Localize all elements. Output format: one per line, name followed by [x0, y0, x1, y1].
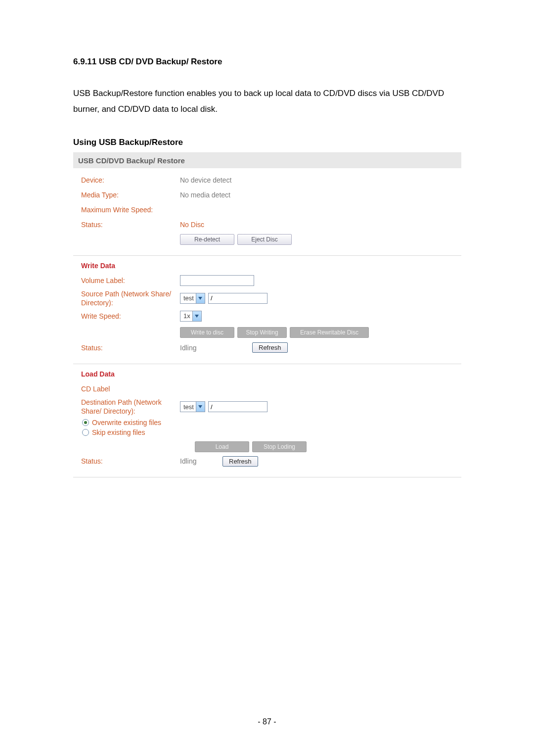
eject-disc-button[interactable]: Eject Disc: [237, 234, 292, 245]
destination-path-label: Destination Path (Network Share/ Directo…: [81, 398, 180, 416]
write-speed-label: Write Speed:: [81, 312, 180, 321]
source-path-input[interactable]: [208, 293, 267, 304]
page-number: - 87 -: [0, 717, 534, 726]
load-data-title: Load Data: [81, 370, 453, 378]
write-data-title: Write Data: [81, 262, 453, 270]
load-status-value: Idling: [180, 457, 220, 465]
load-section: Load Data CD Label Destination Path (Net…: [73, 364, 461, 477]
load-status-label: Status:: [81, 457, 180, 466]
source-path-select-value: test: [180, 294, 196, 302]
write-section: Write Data Volume Label: Source Path (Ne…: [73, 256, 461, 364]
backup-panel: USB CD/DVD Backup/ Restore Device: No de…: [73, 152, 461, 478]
skip-radio-row[interactable]: Skip existing files: [81, 428, 453, 436]
load-refresh-button[interactable]: Refresh: [222, 456, 258, 467]
destination-path-input[interactable]: [208, 401, 267, 412]
device-label: Device:: [81, 176, 180, 185]
source-path-label: Source Path (Network Share/ Directory):: [81, 289, 180, 307]
erase-rewritable-disc-button[interactable]: Erase Rewritable Disc: [290, 327, 369, 338]
doc-subheading: Using USB Backup/Restore: [73, 138, 461, 147]
redetect-button[interactable]: Re-detect: [180, 234, 234, 245]
write-refresh-button[interactable]: Refresh: [252, 342, 288, 353]
cd-label-label: CD Label: [81, 384, 180, 393]
destination-path-select[interactable]: test: [180, 401, 205, 412]
destination-path-select-value: test: [180, 403, 196, 411]
skip-option-label: Skip existing files: [92, 428, 145, 436]
load-button[interactable]: Load: [195, 441, 249, 452]
radio-unselected-icon: [82, 429, 89, 436]
write-status-value: Idling: [180, 344, 249, 352]
panel-title: USB CD/DVD Backup/ Restore: [73, 153, 461, 168]
doc-body: USB Backup/Restore function enables you …: [73, 86, 461, 118]
volume-label-input[interactable]: [180, 275, 254, 286]
chevron-down-icon: [192, 311, 201, 321]
overwrite-option-label: Overwrite existing files: [92, 419, 161, 426]
media-type-value: No media detect: [180, 191, 453, 199]
stop-writing-button[interactable]: Stop Writing: [237, 327, 287, 338]
status-value: No Disc: [180, 221, 453, 229]
doc-heading: 6.9.11 USB CD/ DVD Backup/ Restore: [73, 57, 461, 67]
volume-label-label: Volume Label:: [81, 276, 180, 285]
stop-loading-button[interactable]: Stop Loding: [252, 441, 307, 452]
device-value: No device detect: [180, 176, 453, 184]
write-to-disc-button[interactable]: Write to disc: [180, 327, 234, 338]
status-label: Status:: [81, 220, 180, 229]
max-write-speed-label: Maximum Write Speed:: [81, 205, 180, 214]
media-type-label: Media Type:: [81, 190, 180, 199]
write-speed-select[interactable]: 1x: [180, 311, 202, 322]
chevron-down-icon: [196, 402, 205, 412]
write-speed-select-value: 1x: [180, 312, 192, 320]
info-section: Device: No device detect Media Type: No …: [73, 168, 461, 256]
chevron-down-icon: [196, 293, 205, 303]
source-path-select[interactable]: test: [180, 293, 205, 304]
radio-selected-icon: [82, 419, 89, 426]
overwrite-radio-row[interactable]: Overwrite existing files: [81, 419, 453, 426]
write-status-label: Status:: [81, 343, 180, 352]
